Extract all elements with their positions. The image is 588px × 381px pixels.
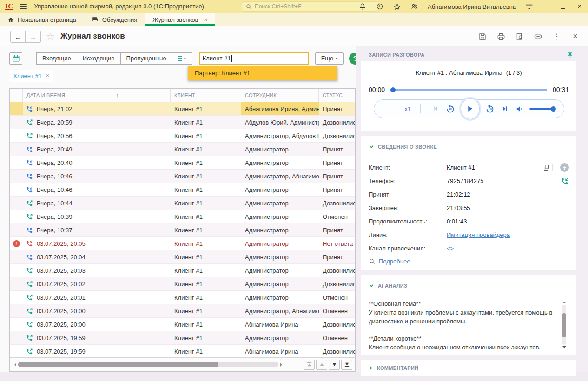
hscroll-thumb[interactable] [18,362,218,367]
column-employee[interactable]: СОТРУДНИК [241,89,319,102]
list-view-menu-button[interactable]: ▾ [172,52,192,65]
forward-10-button[interactable]: 10 [485,103,495,114]
horizontal-scrollbar[interactable] [18,362,278,367]
filter-incoming-button[interactable]: Входящие [36,52,77,65]
play-button[interactable] [461,98,480,119]
partner-search-input[interactable]: Клиент #1 [199,52,309,65]
volume-slider[interactable] [529,108,555,110]
minimize-button[interactable]: – [542,3,550,10]
current-user-name[interactable]: Абнагимова Ирина Витальевна [428,3,516,10]
favorites-star-icon[interactable] [393,3,401,11]
hscroll-right-icon[interactable] [280,363,284,367]
column-datetime[interactable]: ДАТА И ВРЕМЯ↑ [23,89,171,102]
search-suggestion-item[interactable]: Партнер: Клиент #1 [188,66,337,80]
open-in-window-icon[interactable] [543,164,549,171]
table-row[interactable]: Вчера, 10:46 Клиент #1 Администратор При… [10,183,355,197]
cell-datetime: Вчера, 20:40 [37,159,72,166]
table-row[interactable]: Вчера, 20:56 Клиент #1 Администратор, Аб… [10,129,355,143]
window-close-button[interactable]: × [576,2,583,11]
filter-missed-button[interactable]: Пропущенные [120,52,172,65]
details-more-link[interactable]: Подробнее [379,258,410,265]
ai-analysis-header[interactable]: AI АНАЛИЗ [369,280,569,292]
volume-icon[interactable] [514,103,524,114]
table-row[interactable]: 03.07.2025, 20:00 Клиент #1 Абнагимова И… [10,318,355,331]
vscroll-thumb[interactable] [562,313,566,337]
tab-close-icon[interactable]: × [204,16,208,23]
more-button[interactable]: Еще ▾ [315,52,344,65]
table-row[interactable]: 03.07.2025, 19:59 Клиент #1 Администрато… [10,331,355,345]
table-row[interactable]: Вчера, 20:40 Клиент #1 Администратор При… [10,156,355,170]
global-search-input[interactable]: Поиск Ctrl+Shift+F [242,1,379,12]
chip-remove-icon[interactable]: × [46,72,49,79]
table-row[interactable]: 03.07.2025, 20:01 Клиент #1 Администрато… [10,291,355,304]
comment-section-header[interactable]: КОММЕНТАРИЙ [361,360,576,376]
print-icon[interactable] [496,32,505,41]
scroll-up-icon[interactable] [562,300,566,303]
table-row[interactable]: 03.07.2025, 19:59 Клиент #1 Абнагимова И… [10,345,355,357]
incoming-call-icon [26,146,33,153]
player-progress-slider[interactable] [390,89,547,91]
column-status[interactable]: СТАТУС [319,89,355,102]
pin-icon[interactable] [567,51,574,59]
column-client[interactable]: КЛИЕНТ [171,89,241,102]
table-row[interactable]: 03.07.2025, 20:04 Клиент #1 Администрато… [10,250,355,264]
player-progress-handle[interactable] [390,87,396,92]
table-row[interactable]: Вчера, 10:37 Клиент #1 Администратор При… [10,223,355,237]
ai-text-scrollbar[interactable] [561,300,567,350]
next-row-button[interactable] [329,360,340,370]
next-track-button[interactable] [500,103,509,114]
history-icon[interactable] [376,3,384,11]
create-client-button[interactable]: + [560,163,569,172]
users-icon[interactable] [410,3,418,11]
cell-client: Клиент #1 [171,294,241,301]
previous-row-button[interactable] [316,360,327,370]
previous-track-button[interactable] [430,103,440,114]
table-row[interactable]: Вчера, 20:59 Клиент #1 Абдулов Юрий, Адм… [10,116,355,129]
volume-handle[interactable] [551,106,556,112]
print-preview-icon[interactable] [515,32,524,41]
hscroll-left-icon[interactable] [13,363,16,367]
form-close-icon[interactable]: × [571,32,580,41]
cell-employee: Администратор [241,240,319,247]
ai-analysis-text: **Основная тема** У клиента возникли про… [369,300,557,350]
scroll-down-icon[interactable] [562,346,566,350]
cell-client: Клиент #1 [171,159,241,166]
tab-discussions[interactable]: Обсуждения [84,13,145,26]
filter-chip-client[interactable]: Клиент #1 × [9,70,53,82]
1c-logo-icon: 1С [5,3,13,10]
table-row[interactable]: Вчера, 20:49 Клиент #1 Администратор При… [10,143,355,156]
tab-home[interactable]: Начальная страница [0,13,84,26]
tab-call-journal[interactable]: Журнал звонков × [145,13,215,26]
maximize-button[interactable] [559,3,567,10]
table-row[interactable]: 03.07.2025, 20:02 Клиент #1 Администрато… [10,277,355,291]
notifications-bell-icon[interactable] [359,3,367,11]
call-details-header[interactable]: СВЕДЕНИЯ О ЗВОНКЕ [369,141,569,153]
table-row[interactable]: Вчера, 10:46 Клиент #1 Администратор, Аб… [10,170,355,183]
rewind-10-button[interactable]: 10 [445,103,456,114]
client-value-field[interactable]: Клиент #1 [447,164,553,171]
table-row[interactable]: Вчера, 10:44 Клиент #1 Администратор Доз… [10,197,355,210]
playback-speed-button[interactable]: x1 [405,105,411,112]
go-to-last-row-button[interactable] [341,360,352,370]
more-actions-kebab-icon[interactable]: ⋮ [552,32,561,41]
save-settings-icon[interactable] [478,32,487,41]
nav-back-button[interactable]: ← [10,31,26,43]
go-to-first-row-button[interactable] [304,360,315,370]
call-phone-icon[interactable] [561,177,569,185]
period-calendar-button[interactable] [9,52,22,65]
add-to-favorites-star-icon[interactable]: ☆ [46,31,55,42]
table-row[interactable]: Вчера, 10:39 Клиент #1 Администратор Отм… [10,210,355,223]
vscroll-track[interactable] [562,305,566,345]
line-link[interactable]: Имитация провайдера [447,231,510,238]
nav-forward-button[interactable]: → [26,31,41,43]
filter-outgoing-button[interactable]: Исходящие [77,52,121,65]
channel-link[interactable]: <> [447,245,454,252]
table-row[interactable]: Вчера, 21:02 Клиент #1 Абнагимова Ирина,… [10,102,355,116]
table-row[interactable]: 03.07.2025, 20:03 Клиент #1 Администрато… [10,264,355,277]
main-menu-icon[interactable] [20,4,27,9]
cell-client: Клиент #1 [171,227,241,234]
get-link-icon[interactable] [534,32,542,41]
service-menu-icon[interactable] [525,3,533,11]
table-row[interactable]: ! 03.07.2025, 20:05 Клиент #1 Администра… [10,237,355,250]
table-row[interactable]: 03.07.2025, 20:00 Клиент #1 Администрато… [10,304,355,318]
